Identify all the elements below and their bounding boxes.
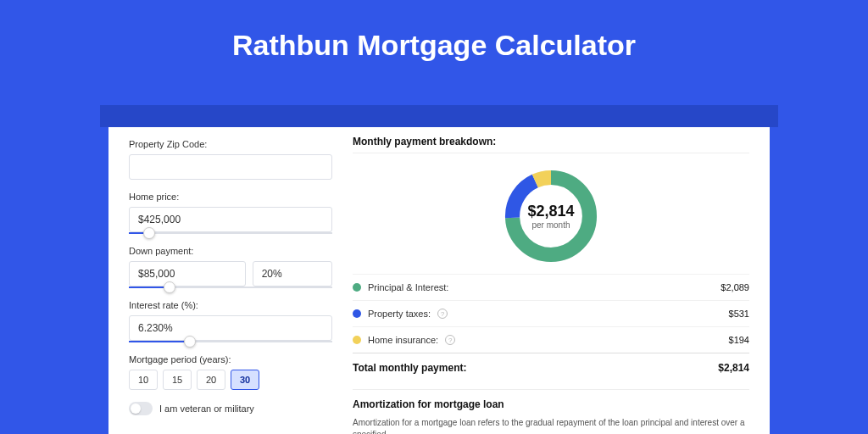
interest-slider[interactable] bbox=[129, 341, 332, 342]
period-btn-20[interactable]: 20 bbox=[197, 370, 225, 390]
down-payment-field-group: Down payment: bbox=[129, 246, 332, 288]
breakdown-line-items: Principal & Interest:$2,089Property taxe… bbox=[353, 274, 749, 353]
breakdown-item-0: Principal & Interest:$2,089 bbox=[353, 274, 749, 300]
down-payment-percent-input[interactable] bbox=[253, 261, 332, 287]
donut-chart-wrap: $2,814 per month bbox=[353, 159, 749, 274]
period-btn-15[interactable]: 15 bbox=[163, 370, 192, 390]
period-btn-10[interactable]: 10 bbox=[129, 370, 158, 390]
home-price-input[interactable] bbox=[129, 207, 332, 232]
form-column: Property Zip Code: Home price: Down paym… bbox=[129, 139, 332, 415]
donut-sub: per month bbox=[531, 220, 570, 230]
total-label: Total monthly payment: bbox=[353, 362, 466, 374]
breakdown-item-value: $531 bbox=[729, 309, 749, 319]
amortization-title: Amortization for mortgage loan bbox=[353, 389, 749, 410]
zip-label: Property Zip Code: bbox=[129, 139, 332, 149]
veteran-label: I am veteran or military bbox=[159, 403, 254, 414]
interest-field-group: Interest rate (%): bbox=[129, 300, 332, 342]
home-price-slider[interactable] bbox=[129, 232, 332, 234]
page-title: Rathbun Mortgage Calculator bbox=[0, 0, 868, 62]
legend-dot bbox=[353, 283, 361, 292]
breakdown-item-2: Home insurance:?$194 bbox=[353, 326, 749, 353]
veteran-toggle-knob bbox=[131, 403, 141, 414]
down-payment-slider-thumb[interactable] bbox=[164, 281, 175, 293]
total-value: $2,814 bbox=[718, 362, 749, 374]
donut-chart: $2,814 per month bbox=[500, 165, 602, 267]
zip-input[interactable] bbox=[129, 154, 332, 180]
home-price-field-group: Home price: bbox=[129, 192, 332, 234]
down-payment-slider[interactable] bbox=[129, 287, 332, 288]
down-payment-amount-input[interactable] bbox=[129, 261, 246, 287]
breakdown-item-1: Property taxes:?$531 bbox=[353, 300, 749, 326]
interest-label: Interest rate (%): bbox=[129, 300, 332, 310]
veteran-toggle-row: I am veteran or military bbox=[129, 402, 332, 415]
breakdown-item-label: Principal & Interest: bbox=[368, 282, 448, 292]
calculator-panel: Property Zip Code: Home price: Down paym… bbox=[108, 127, 770, 434]
panel-shadow bbox=[100, 105, 778, 127]
period-btn-30[interactable]: 30 bbox=[231, 370, 259, 390]
home-price-slider-thumb[interactable] bbox=[143, 227, 155, 239]
breakdown-item-label: Property taxes: bbox=[368, 309, 431, 319]
total-row: Total monthly payment: $2,814 bbox=[353, 353, 749, 382]
down-payment-label: Down payment: bbox=[129, 246, 332, 256]
amortization-text: Amortization for a mortgage loan refers … bbox=[353, 417, 749, 434]
legend-dot bbox=[353, 336, 361, 344]
interest-slider-thumb[interactable] bbox=[184, 336, 196, 348]
zip-field-group: Property Zip Code: bbox=[129, 139, 332, 180]
breakdown-item-label: Home insurance: bbox=[368, 335, 438, 345]
veteran-toggle[interactable] bbox=[129, 402, 153, 415]
breakdown-title: Monthly payment breakdown: bbox=[353, 136, 749, 153]
help-icon[interactable]: ? bbox=[437, 309, 448, 319]
breakdown-item-value: $2,089 bbox=[721, 282, 749, 292]
page-root: Rathbun Mortgage Calculator Property Zip… bbox=[0, 0, 868, 434]
breakdown-column: Monthly payment breakdown: $2,814 per mo… bbox=[353, 136, 749, 434]
period-label: Mortgage period (years): bbox=[129, 354, 332, 364]
interest-input[interactable] bbox=[129, 315, 332, 341]
period-field-group: Mortgage period (years): 10152030 bbox=[129, 354, 332, 390]
donut-amount: $2,814 bbox=[527, 203, 574, 220]
home-price-label: Home price: bbox=[129, 192, 332, 202]
period-button-row: 10152030 bbox=[129, 370, 332, 390]
legend-dot bbox=[353, 309, 361, 318]
help-icon[interactable]: ? bbox=[445, 335, 455, 345]
breakdown-item-value: $194 bbox=[729, 335, 749, 345]
donut-center: $2,814 per month bbox=[500, 165, 602, 267]
